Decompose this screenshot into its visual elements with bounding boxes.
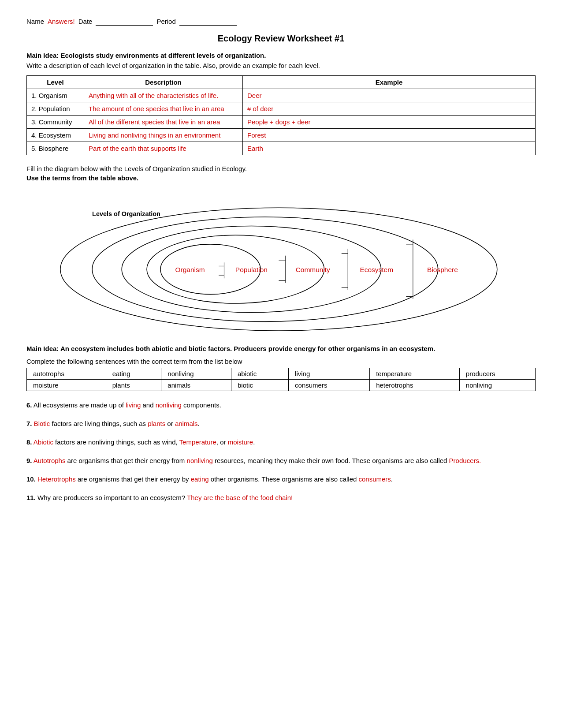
col-example: Example <box>243 76 536 89</box>
word-bank-cell: living <box>289 368 370 379</box>
biosphere-label: Biosphere <box>427 266 458 273</box>
word-bank-cell: nonliving <box>459 379 535 391</box>
sentence-item: 10. Heterotrophs are organisms that get … <box>26 474 536 485</box>
description-cell: Part of the earth that supports life <box>84 142 243 155</box>
section1-main-idea: Main Idea: Ecologists study environments… <box>26 52 536 59</box>
ecosystem-label: Ecosystem <box>360 266 393 273</box>
description-cell: The amount of one species that live in a… <box>84 102 243 116</box>
sentence-text: 11. Why are producers so important to an… <box>26 493 536 503</box>
community-label: Community <box>296 266 330 273</box>
sentence-text: 8. Abiotic factors are nonliving things,… <box>26 437 536 448</box>
level-cell: 5. Biosphere <box>27 142 84 155</box>
example-cell: Earth <box>243 142 536 155</box>
word-bank-cell: biotic <box>231 379 288 391</box>
section1-instruction: Write a description of each level of org… <box>26 62 536 69</box>
sentence-item: 8. Abiotic factors are nonliving things,… <box>26 437 536 448</box>
word-bank-cell: moisture <box>27 379 106 391</box>
sentence-text: 6. All ecosystems are made up of living … <box>26 400 536 411</box>
complete-instruction: Complete the following sentences with th… <box>26 358 536 365</box>
sentence-text: 10. Heterotrophs are organisms that get … <box>26 474 536 485</box>
period-label: Period <box>156 18 175 25</box>
main-idea2-text: Main Idea: An ecosystem includes both ab… <box>26 345 435 352</box>
sentence-item: 7. Biotic factors are living things, suc… <box>26 418 536 429</box>
example-cell: People + dogs + deer <box>243 116 536 129</box>
word-bank-cell: animals <box>161 379 231 391</box>
diagram-label: Levels of Organization <box>92 210 160 217</box>
level-cell: 1. Organism <box>27 89 84 102</box>
table-row: 1. OrganismAnything with all of the char… <box>27 89 536 102</box>
level-cell: 2. Population <box>27 102 84 116</box>
sentence-item: 9. Autotrophs are organisms that get the… <box>26 455 536 466</box>
sentence-text: 7. Biotic factors are living things, suc… <box>26 418 536 429</box>
sentence-item: 6. All ecosystems are made up of living … <box>26 400 536 411</box>
section2-main-idea: Main Idea: An ecosystem includes both ab… <box>26 344 536 354</box>
word-bank-cell: eating <box>106 368 161 379</box>
word-bank-table: autotrophseatingnonlivingabioticlivingte… <box>26 368 536 391</box>
col-level: Level <box>27 76 84 89</box>
period-field[interactable] <box>179 18 237 26</box>
sentence-text: 9. Autotrophs are organisms that get the… <box>26 455 536 466</box>
description-cell: All of the different species that live i… <box>84 116 243 129</box>
page-title: Ecology Review Worksheet #1 <box>26 34 536 44</box>
description-cell: Anything with all of the characteristics… <box>84 89 243 102</box>
date-label: Date <box>78 18 93 25</box>
description-cell: Living and nonliving things in an enviro… <box>84 129 243 142</box>
diagram-instruction: Fill in the diagram below with the Level… <box>26 165 536 172</box>
example-cell: Forest <box>243 129 536 142</box>
word-bank-cell: plants <box>106 379 161 391</box>
header: Name Answers! Date Period <box>26 18 536 26</box>
table-row: 2. PopulationThe amount of one species t… <box>27 102 536 116</box>
word-bank-cell: nonliving <box>161 368 231 379</box>
level-cell: 4. Ecosystem <box>27 129 84 142</box>
example-cell: Deer <box>243 89 536 102</box>
date-field[interactable] <box>96 18 153 26</box>
sentences-container: 6. All ecosystems are made up of living … <box>26 400 536 503</box>
population-label: Population <box>235 266 268 273</box>
name-label: Name <box>26 18 44 25</box>
diagram-underline-instruction: Use the terms from the table above. <box>26 174 536 182</box>
organization-table: Level Description Example 1. OrganismAny… <box>26 75 536 155</box>
level-cell: 3. Community <box>27 116 84 129</box>
word-bank-cell: consumers <box>289 379 370 391</box>
table-row: 3. CommunityAll of the different species… <box>27 116 536 129</box>
word-bank-cell: autotrophs <box>27 368 106 379</box>
word-bank-cell: heterotrophs <box>370 379 460 391</box>
table-row: 4. EcosystemLiving and nonliving things … <box>27 129 536 142</box>
example-cell: # of deer <box>243 102 536 116</box>
table-row: 5. BiospherePart of the earth that suppo… <box>27 142 536 155</box>
levels-diagram: Levels of Organization Organism Populati… <box>26 190 536 331</box>
word-bank-cell: abiotic <box>231 368 288 379</box>
answers-label: Answers! <box>48 18 75 25</box>
word-bank-cell: producers <box>459 368 535 379</box>
diagram-container: Levels of Organization Organism Populati… <box>26 190 536 331</box>
col-description: Description <box>84 76 243 89</box>
organism-label: Organism <box>175 266 205 273</box>
word-bank-cell: temperature <box>370 368 460 379</box>
sentence-item: 11. Why are producers so important to an… <box>26 493 536 503</box>
